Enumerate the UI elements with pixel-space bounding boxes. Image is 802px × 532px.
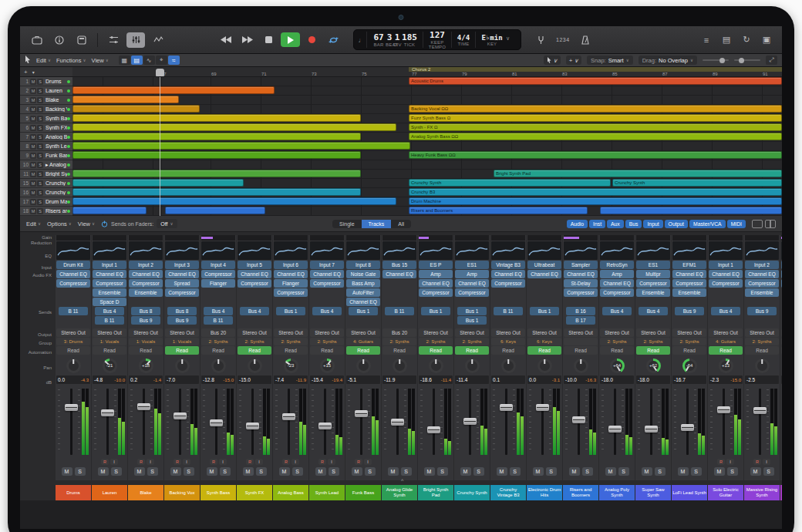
channel-name-label[interactable]: Funk Bass	[345, 485, 381, 500]
volume-fader[interactable]	[717, 406, 730, 413]
group-slot[interactable]: 2: Synths	[600, 338, 634, 345]
volume-fader[interactable]	[753, 407, 767, 414]
region[interactable]: Crunchy Synth	[612, 179, 782, 187]
channel-mute-button[interactable]: M	[714, 467, 725, 476]
single-mixer-view-icon[interactable]	[752, 220, 763, 228]
channel-mute-button[interactable]: M	[460, 467, 471, 476]
filter-midi[interactable]: MIDI	[727, 220, 746, 228]
send-slot[interactable]: Bus 4	[95, 307, 124, 315]
send-slot[interactable]: Bus 9	[167, 316, 197, 325]
track-header-options-icon[interactable]: ▾	[32, 69, 35, 75]
view-mode-all[interactable]: All	[391, 220, 411, 228]
track-header[interactable]: 2MSLauren	[20, 86, 72, 96]
audio-fx-slot[interactable]: Compressor	[310, 279, 344, 288]
editors-icon[interactable]	[149, 32, 167, 48]
track-header[interactable]: 3MSBlake	[20, 96, 72, 105]
volume-fader[interactable]	[572, 416, 585, 423]
audio-fx-slot[interactable]: Amp	[419, 270, 453, 278]
region[interactable]	[72, 105, 200, 113]
region[interactable]: Backing Vocal ΩΩ	[409, 105, 782, 113]
send-slot[interactable]: B 11	[385, 307, 414, 315]
channel-solo-button[interactable]: S	[763, 467, 774, 476]
track-solo-button[interactable]: S	[37, 116, 43, 122]
audio-fx-slot[interactable]: Compressor	[636, 279, 670, 288]
channel-solo-button[interactable]: S	[401, 467, 412, 476]
scroll-up-icon[interactable]: ^	[401, 478, 403, 483]
track-solo-button[interactable]: S	[37, 134, 43, 140]
input-slot[interactable]: Drum Kit	[56, 261, 90, 269]
channel-mute-button[interactable]: M	[352, 467, 362, 476]
chevron-down-icon[interactable]: ∨	[506, 35, 510, 42]
send-slot[interactable]: B 17	[566, 316, 595, 325]
volume-fader[interactable]	[463, 418, 477, 425]
audio-fx-slot[interactable]: Compressor	[274, 288, 308, 297]
pan-knob[interactable]: -23	[284, 359, 298, 373]
channel-mute-button[interactable]: M	[605, 467, 616, 476]
input-monitoring-button[interactable]: I	[147, 459, 154, 465]
input-monitoring-button[interactable]: I	[328, 459, 335, 465]
audio-fx-slot[interactable]: Channel EQ	[745, 270, 779, 278]
eq-display[interactable]	[636, 241, 670, 260]
automation-slot[interactable]: Read	[745, 346, 779, 355]
pan-knob[interactable]: +64	[610, 359, 625, 373]
quick-help-icon[interactable]	[72, 32, 91, 48]
power-icon[interactable]	[101, 221, 108, 227]
track-mute-button[interactable]: M	[30, 116, 36, 122]
group-slot[interactable]: 2: Synths	[419, 338, 453, 345]
send-slot[interactable]: Bus 1	[457, 307, 487, 315]
input-slot[interactable]: Ultrabeat	[527, 261, 561, 269]
record-enable-button[interactable]: R	[137, 459, 145, 465]
audio-fx-slot[interactable]: Channel EQ	[709, 270, 743, 278]
send-slot[interactable]: B 11	[494, 307, 523, 315]
channel-name-label[interactable]: Crunchy Vintage B3	[490, 485, 526, 500]
input-monitoring-button[interactable]: I	[255, 459, 263, 465]
region[interactable]: Acoustic Drums	[409, 77, 782, 85]
group-slot[interactable]: 1: Vocals	[129, 338, 163, 345]
track-header[interactable]: 18MSRisers and Boomers	[20, 207, 72, 216]
filter-output[interactable]: Output	[665, 220, 688, 228]
send-slot[interactable]: Bus 4	[312, 307, 342, 315]
region[interactable]: Crunchy B3	[409, 188, 782, 196]
eq-display[interactable]	[129, 241, 163, 260]
track-header[interactable]: 17MSDrum Machine	[20, 197, 72, 207]
track-solo-button[interactable]: S	[37, 208, 43, 214]
audio-fx-slot[interactable]: Channel EQ	[93, 270, 126, 278]
send-slot[interactable]: Bus 8	[131, 307, 160, 315]
volume-fader[interactable]	[427, 426, 440, 433]
track-header[interactable]: 11MSBright Synth Pad	[20, 170, 72, 179]
audio-fx-slot[interactable]: St-Delay	[564, 279, 598, 288]
channel-mute-button[interactable]: M	[424, 467, 435, 476]
eq-display[interactable]	[346, 241, 380, 260]
channel-name-label[interactable]: Lauren	[92, 485, 127, 500]
ruler[interactable]: Chorus 2 67697173757779818385878991	[72, 67, 782, 77]
eq-display[interactable]	[455, 241, 489, 260]
channel-solo-button[interactable]: S	[147, 467, 158, 476]
channel-name-label[interactable]: Analog Poly Synth	[599, 485, 635, 500]
send-slot[interactable]: Bus 1	[276, 307, 305, 315]
output-slot[interactable]: Bus 20	[781, 328, 782, 337]
track-solo-button[interactable]: S	[37, 171, 43, 177]
group-slot[interactable]: 1: Vocals	[93, 338, 126, 345]
audio-fx-slot[interactable]: Ensemble	[93, 288, 126, 297]
automation-slot[interactable]: Read	[672, 346, 706, 355]
send-slot[interactable]: B 11	[95, 316, 124, 325]
record-enable-button[interactable]: R	[282, 459, 290, 465]
automation-slot[interactable]: Read	[129, 346, 163, 355]
input-slot[interactable]: EFM1	[672, 261, 706, 269]
track-header[interactable]: 8MSSynth Lead	[20, 142, 72, 151]
filter-input[interactable]: Input	[643, 220, 662, 228]
audio-fx-slot[interactable]: Channel EQ	[491, 270, 525, 278]
channel-solo-button[interactable]: S	[256, 467, 267, 476]
channel-solo-button[interactable]: S	[546, 467, 557, 476]
channel-solo-button[interactable]: S	[727, 467, 738, 476]
track-mute-button[interactable]: M	[30, 171, 36, 177]
filter-master-vca[interactable]: Master/VCA	[689, 220, 726, 228]
horizontal-zoom-slider[interactable]	[703, 59, 729, 61]
output-slot[interactable]: Stereo Out	[238, 328, 271, 337]
track-mute-button[interactable]: M	[30, 143, 36, 150]
command-click-tool-selector[interactable]: +∨	[566, 56, 581, 65]
output-slot[interactable]: Stereo Out	[745, 328, 779, 337]
volume-fader[interactable]	[246, 423, 259, 429]
group-slot[interactable]: 2: Synths	[455, 338, 489, 345]
send-slot[interactable]: B 16	[566, 307, 595, 315]
